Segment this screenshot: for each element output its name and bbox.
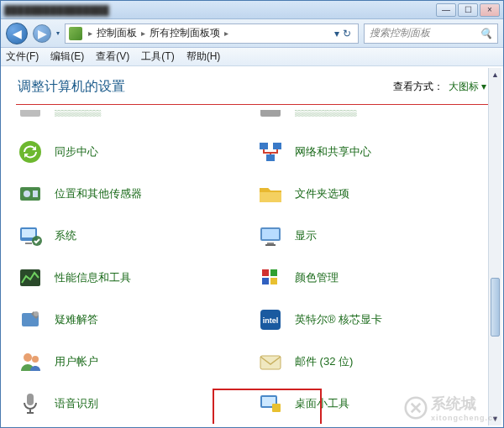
maximize-button[interactable]: ☐ [458,3,478,17]
svg-rect-29 [27,394,34,405]
cp-item-label: 疑难解答 [55,312,98,327]
cp-item-label: 位置和其他传感器 [55,186,142,201]
svg-rect-15 [267,243,274,244]
breadcrumb-current[interactable]: 所有控制面板项 [150,26,220,40]
window-controls: — ☐ × [436,3,500,17]
network-icon [256,138,285,166]
menu-file[interactable]: 文件(F) [6,50,39,64]
cp-item-user-accounts[interactable]: 用户帐户 [16,347,248,377]
view-mode-value: 大图标 [449,81,479,92]
view-mode-link[interactable]: 大图标 ▾ [449,80,486,94]
cp-item-performance[interactable]: 性能信息和工具 [16,263,248,293]
cp-item-color-management[interactable]: 颜色管理 [256,263,488,293]
generic-icon [256,110,285,124]
cp-item-speech-recognition[interactable]: 语音识别 [16,389,248,419]
folder-icon [256,180,285,208]
refresh-icon[interactable]: ↻ [343,28,351,39]
cp-item-folder-options[interactable]: 文件夹选项 [256,179,488,209]
cp-item-label: 网络和共享中心 [295,144,371,159]
nav-history-dropdown[interactable]: ▾ [56,29,60,37]
cp-item-label: 文件夹选项 [295,186,349,201]
watermark-sub: xitongcheng.cc [431,414,498,422]
cp-item-label: 英特尔® 核芯显卡 [295,312,382,327]
cp-item-cutoff-right[interactable]: ▒▒▒▒▒▒▒▒ [256,110,488,125]
cp-item-mail[interactable]: 邮件 (32 位) [256,347,488,377]
search-placeholder: 搜索控制面板 [370,26,430,40]
navbar: ◀ ▶ ▾ ▸ 控制面板 ▸ 所有控制面板项 ▸ ▾ ↻ 搜索控制面板 🔍 [1,19,503,48]
breadcrumb[interactable]: ▸ 控制面板 ▸ 所有控制面板项 ▸ ▾ ↻ [65,23,359,44]
view-mode-label: 查看方式： [393,80,444,94]
svg-rect-10 [22,229,35,237]
intel-icon: intel [256,305,285,334]
sync-icon [16,138,45,166]
items-grid: ▒▒▒▒▒▒ ▒▒▒▒▒▒▒▒ 同步中心 网络和共享中心 [16,110,488,424]
svg-rect-21 [270,278,277,284]
cp-item-label: 语音识别 [55,396,98,411]
svg-rect-5 [266,154,275,161]
breadcrumb-dropdown-icon[interactable]: ▾ [334,28,339,39]
cp-item-label: 系统 [55,228,76,243]
menu-help[interactable]: 帮助(H) [186,50,221,64]
minimize-button[interactable]: — [436,3,456,17]
breadcrumb-sep: ▸ [139,29,148,38]
vertical-scrollbar[interactable]: ▲ ▼ [488,68,501,425]
titlebar-text: ████████████████ [4,5,109,15]
cp-item-label: 邮件 (32 位) [295,354,353,369]
cp-item-label: 同步中心 [55,144,98,159]
cp-item-network-sharing[interactable]: 网络和共享中心 [256,137,488,167]
svg-rect-19 [270,269,277,276]
svg-rect-3 [260,143,268,149]
svg-rect-18 [262,269,269,276]
svg-point-7 [24,191,30,197]
cp-item-label: ▒▒▒▒▒▒▒▒ [295,110,357,117]
performance-icon [16,264,45,292]
content-header: 调整计算机的设置 查看方式： 大图标 ▾ [1,66,503,104]
cp-item-cutoff-left[interactable]: ▒▒▒▒▒▒ [16,110,248,125]
cp-item-location-sensors[interactable]: 位置和其他传感器 [16,179,248,209]
svg-point-23 [34,311,39,316]
titlebar: ████████████████ — ☐ × [1,1,503,19]
menubar: 文件(F) 编辑(E) 查看(V) 工具(T) 帮助(H) [1,48,503,66]
cp-item-sync-center[interactable]: 同步中心 [16,137,248,167]
nav-back-button[interactable]: ◀ [6,23,28,44]
cp-item-display[interactable]: 显示 [256,221,488,251]
scroll-up-arrow[interactable]: ▲ [489,68,501,81]
svg-rect-14 [262,229,279,239]
svg-rect-17 [20,269,40,286]
gadgets-icon [256,389,285,418]
breadcrumb-root[interactable]: 控制面板 [97,26,137,40]
svg-rect-11 [25,243,32,244]
window-frame: ████████████████ — ☐ × ◀ ▶ ▾ ▸ 控制面板 ▸ 所有… [0,0,504,428]
cp-item-system[interactable]: 系统 [16,221,248,251]
items-area: ▒▒▒▒▒▒ ▒▒▒▒▒▒▒▒ 同步中心 网络和共享中心 [1,110,503,424]
divider [16,104,488,105]
mail-icon [256,347,285,376]
sensor-icon [16,180,45,208]
search-input[interactable]: 搜索控制面板 🔍 [364,23,498,44]
menu-tools[interactable]: 工具(T) [141,50,174,64]
generic-icon [16,110,45,124]
cp-item-label: 性能信息和工具 [55,270,131,285]
cp-item-label: 桌面小工具 [295,396,349,411]
cp-item-label: ▒▒▒▒▒▒ [55,110,101,117]
system-icon [16,222,45,250]
scroll-thumb[interactable] [491,278,500,337]
svg-rect-8 [33,191,38,197]
svg-rect-0 [20,110,40,117]
breadcrumb-sep: ▸ [86,29,95,38]
search-icon[interactable]: 🔍 [480,28,492,39]
svg-rect-20 [262,278,269,284]
watermark: 系统城 xitongcheng.cc [404,394,498,422]
svg-rect-1 [260,110,281,117]
chevron-down-icon: ▾ [481,81,486,92]
svg-text:intel: intel [263,316,279,325]
nav-forward-button[interactable]: ▶ [33,24,51,43]
watermark-text: 系统城 [431,395,476,412]
cp-item-troubleshooting[interactable]: 疑难解答 [16,305,248,335]
close-button[interactable]: × [480,3,500,17]
color-icon [256,264,285,292]
cp-item-intel-graphics[interactable]: intel 英特尔® 核芯显卡 [256,305,488,335]
cp-item-label: 颜色管理 [295,270,339,285]
menu-view[interactable]: 查看(V) [96,50,129,64]
menu-edit[interactable]: 编辑(E) [50,50,84,64]
